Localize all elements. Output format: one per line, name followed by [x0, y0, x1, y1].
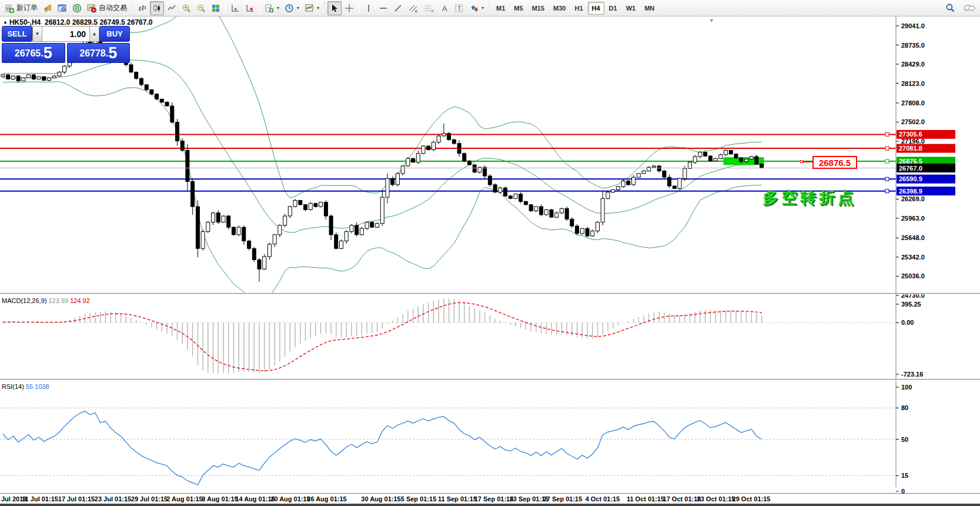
- crosshair-tool-button[interactable]: [342, 1, 356, 15]
- sell-price-button[interactable]: 26765.5: [2, 43, 65, 63]
- horn-icon: [43, 4, 52, 13]
- zoom-out-button[interactable]: [194, 1, 208, 15]
- svg-text:27808.0: 27808.0: [901, 99, 925, 106]
- price-tag: 26398.9: [897, 187, 955, 195]
- line-chart-button[interactable]: [165, 1, 179, 15]
- price-tag: 27305.6: [897, 130, 955, 139]
- line-chart-icon: [167, 4, 176, 13]
- sell-button[interactable]: SELL: [2, 26, 32, 42]
- svg-text:23 Oct 01:15: 23 Oct 01:15: [697, 495, 735, 502]
- sell-price-frac: 5: [44, 45, 52, 61]
- price-tag: 27081.8: [897, 144, 955, 153]
- autotrading-button[interactable]: 自动交易: [85, 1, 129, 15]
- svg-text:-723.16: -723.16: [901, 371, 923, 378]
- panel-separators[interactable]: [0, 293, 980, 495]
- zoom-in-button[interactable]: [179, 1, 193, 15]
- periods-button[interactable]: ▾: [282, 1, 302, 15]
- new-order-icon: [5, 4, 14, 13]
- rsi-axis[interactable]: 1008050150: [896, 384, 912, 495]
- buy-button[interactable]: BUY: [99, 26, 130, 42]
- auto-scroll-button[interactable]: [228, 1, 242, 15]
- svg-text:5 Sep 01:15: 5 Sep 01:15: [401, 495, 437, 502]
- chart-title: ▲HK50-,H4 26812.0 26829.5 26749.5 26767.…: [3, 18, 152, 26]
- tab-timeframe-h4[interactable]: H4: [588, 2, 604, 15]
- cursor-tool-button[interactable]: [327, 1, 342, 15]
- macd-signal-value: 124.92: [70, 297, 90, 304]
- dropdown-caret-icon: ▾: [317, 5, 319, 11]
- svg-text:14 Aug 01:15: 14 Aug 01:15: [235, 495, 275, 502]
- svg-text:0: 0: [901, 488, 905, 495]
- candlestick-chart-button[interactable]: [150, 1, 164, 15]
- market-watch-button[interactable]: [55, 1, 69, 15]
- macd-axis[interactable]: 395.250.00-723.16: [896, 301, 923, 378]
- svg-text:25963.0: 25963.0: [901, 215, 925, 222]
- tile-windows-button[interactable]: [209, 1, 223, 15]
- arrows-tool-button[interactable]: ▾: [467, 1, 486, 15]
- chart-window[interactable]: 29041.028735.028429.028123.027808.027502…: [0, 16, 980, 506]
- templates-button[interactable]: ▾: [302, 1, 322, 15]
- chat-button[interactable]: [961, 1, 978, 15]
- svg-text:25648.0: 25648.0: [901, 234, 925, 241]
- zoom-out-icon: [196, 4, 206, 13]
- zoom-in-icon: [182, 4, 191, 13]
- alerts-button[interactable]: [41, 1, 55, 15]
- rsi-name: RSI(14): [2, 383, 24, 390]
- tab-timeframe-m5[interactable]: M5: [510, 2, 527, 15]
- tab-timeframe-m30[interactable]: M30: [549, 2, 570, 15]
- chart-shift-marker-icon[interactable]: ▼: [709, 18, 714, 24]
- horizontal-line-tool-button[interactable]: [376, 1, 390, 15]
- tab-timeframe-d1[interactable]: D1: [605, 2, 621, 15]
- svg-text:8 Aug 01:15: 8 Aug 01:15: [202, 495, 238, 502]
- vertical-line-tool-button[interactable]: [362, 1, 376, 15]
- tab-timeframe-m1[interactable]: M1: [492, 2, 509, 15]
- dropdown-caret-icon: ▾: [277, 5, 279, 11]
- tab-timeframe-w1[interactable]: W1: [622, 2, 640, 15]
- indicators-button[interactable]: ▾: [262, 1, 282, 15]
- signal-icon: [72, 4, 82, 13]
- macd-panel: [0, 298, 896, 374]
- svg-text:80: 80: [901, 404, 908, 411]
- volume-decrease-button[interactable]: ▼: [32, 26, 42, 42]
- crosshair-icon: [344, 4, 354, 13]
- search-button[interactable]: [943, 1, 958, 15]
- tab-timeframe-m15[interactable]: M15: [528, 2, 548, 15]
- toolbar-grip: [323, 2, 326, 14]
- window-chart-icon: [58, 4, 67, 13]
- one-click-trade-panel: SELL ▼ 1.00 ▲ BUY 26765.5 26778.5: [2, 26, 130, 63]
- svg-text:26767.0: 26767.0: [899, 165, 922, 172]
- search-icon: [945, 3, 955, 13]
- svg-text:E: E: [415, 9, 417, 13]
- turning-point-annotation[interactable]: 多空转折点: [762, 187, 857, 208]
- sell-price-main: 26765: [15, 46, 41, 61]
- candlesticks: [1, 38, 764, 282]
- chart-shift-button[interactable]: [243, 1, 257, 15]
- toolbar-separator: [359, 2, 359, 14]
- price-axis[interactable]: 29041.028735.028429.028123.027808.027502…: [896, 16, 955, 487]
- volume-input[interactable]: 1.00: [42, 26, 89, 42]
- text-tool-button[interactable]: A: [437, 1, 451, 15]
- text-label-tool-button[interactable]: T: [452, 1, 466, 15]
- svg-text:17 Jul 01:15: 17 Jul 01:15: [58, 495, 95, 502]
- svg-text:26398.9: 26398.9: [899, 188, 922, 195]
- macd-main-value: 123.59: [48, 297, 68, 304]
- equidistant-channel-tool-button[interactable]: E: [406, 1, 421, 15]
- new-order-button[interactable]: 新订单: [2, 1, 40, 15]
- text-icon: A: [440, 4, 449, 13]
- svg-text:26 Aug 01:15: 26 Aug 01:15: [307, 495, 346, 502]
- dropdown-caret-icon: ▾: [481, 5, 484, 11]
- bar-chart-button[interactable]: [135, 1, 149, 15]
- fibonacci-tool-button[interactable]: F: [422, 1, 437, 15]
- tab-timeframe-h1[interactable]: H1: [570, 2, 587, 15]
- svg-text:28123.0: 28123.0: [901, 80, 925, 87]
- tab-timeframe-mn[interactable]: MN: [640, 2, 658, 15]
- svg-text:28735.0: 28735.0: [901, 42, 925, 49]
- svg-text:4 Oct 01:15: 4 Oct 01:15: [586, 495, 620, 502]
- volume-increase-button[interactable]: ▲: [89, 26, 99, 42]
- time-axis[interactable]: Jul 201911 Jul 01:1517 Jul 01:1523 Jul 0…: [1, 495, 770, 502]
- trendline-tool-button[interactable]: [391, 1, 405, 15]
- buy-price-button[interactable]: 26778.5: [67, 43, 131, 63]
- signals-button[interactable]: [70, 1, 84, 15]
- chart-canvas[interactable]: 29041.028735.028429.028123.027808.027502…: [0, 0, 980, 506]
- price-callout-label[interactable]: 26876.5: [812, 156, 857, 169]
- svg-text:23 Jul 01:15: 23 Jul 01:15: [95, 495, 131, 502]
